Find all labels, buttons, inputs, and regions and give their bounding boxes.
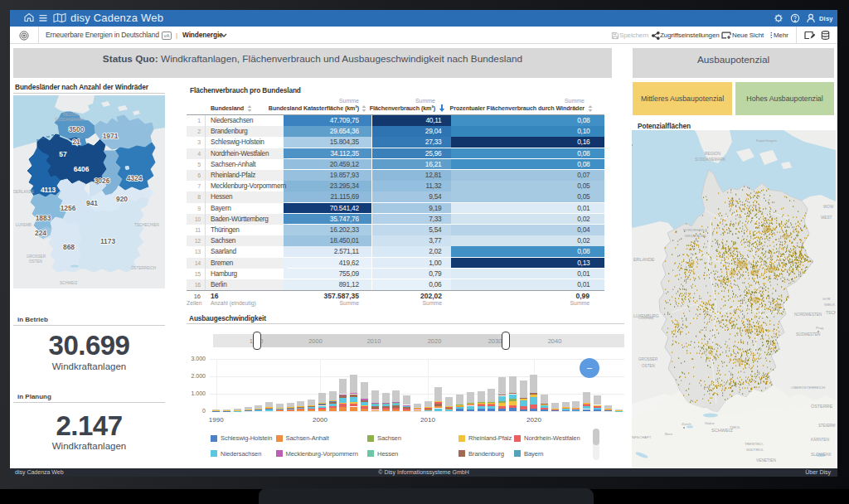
svg-text:Kopenhagen: Kopenhagen [756,138,777,143]
svg-text:SÜDWESTEN: SÜDWESTEN [796,332,820,337]
svg-text:ERLANDE: ERLANDE [633,257,655,262]
svg-text:KÄRNTEN: KÄRNTEN [811,437,829,442]
svg-text:SLOWENII: SLOWENII [811,452,831,457]
svg-text:DERLANDE: DERLANDE [13,190,34,194]
svg-text:4324: 4324 [127,174,143,182]
svg-text:1256: 1256 [61,204,76,212]
svg-text:920: 920 [116,195,128,203]
svg-text:1971: 1971 [103,132,119,140]
svg-text:OSTEN: OSTEN [29,259,42,264]
svg-text:3026: 3026 [95,177,110,185]
svg-text:3500: 3500 [69,125,85,133]
svg-text:1883: 1883 [36,214,51,222]
svg-text:21: 21 [72,138,80,146]
svg-text:Vaduz: Vaduz [705,421,715,425]
svg-text:OSTEN: OSTEN [642,364,655,368]
svg-text:Zürich: Zürich [682,422,691,426]
svg-text:WESTFALEN: WESTFALEN [685,234,706,238]
svg-text:WIELK: WIELK [824,303,835,307]
svg-text:57: 57 [59,150,67,158]
svg-text:TSCHECHIEN: TSCHECHIEN [134,223,159,227]
svg-text:NORDRHEIN-: NORDRHEIN- [683,228,706,232]
svg-text:6406: 6406 [74,165,90,173]
svg-text:NFSCHAFT: NFSCHAFT [632,435,652,439]
svg-text:4113: 4113 [41,186,56,194]
svg-text:REGION: REGION [705,152,720,156]
svg-text:GOR: GOR [822,297,831,301]
svg-text:LUXEMB: LUXEMB [16,223,32,227]
svg-text:1173: 1173 [100,237,116,245]
svg-text:SÜDDANEMARK: SÜDDANEMARK [695,157,726,162]
svg-text:868: 868 [63,243,75,251]
svg-text:NORDWESTEN: NORDWESTEN [794,313,822,317]
svg-text:LUXEMB: LUXEMB [638,316,653,320]
svg-text:STEIERM: STEIERM [818,424,836,428]
svg-text:SCHWEIZ: SCHWEIZ [60,281,77,285]
svg-text:224: 224 [35,229,46,237]
svg-text:Prag: Prag [816,326,824,330]
svg-text:TIROL: TIROL [730,425,740,429]
svg-text:941: 941 [86,199,98,207]
svg-text:TRENTINO-: TRENTINO- [745,442,764,446]
svg-text:SÜDTIROL: SÜDTIROL [746,448,764,452]
svg-text:Bern: Bern [665,432,673,436]
svg-text:TSCH: TSCH [826,310,836,315]
svg-text:GROSSER: GROSSER [638,357,658,361]
svg-text:WEST: WEST [821,216,832,220]
svg-text:WOW: WOW [823,205,834,209]
svg-text:VENETIEN: VENETIEN [756,458,777,463]
svg-text:GROSSER: GROSSER [27,254,46,259]
svg-text:ÖSTERREICH: ÖSTERREICH [131,265,156,270]
svg-text:SÜDDANEMARK: SÜDDANEMARK [55,117,85,122]
svg-text:ÖSTERRE: ÖSTERRE [811,404,832,409]
svg-text:REGION: REGION [63,113,78,117]
svg-text:OBERÖSTERREICH: OBERÖSTERREICH [791,385,825,390]
